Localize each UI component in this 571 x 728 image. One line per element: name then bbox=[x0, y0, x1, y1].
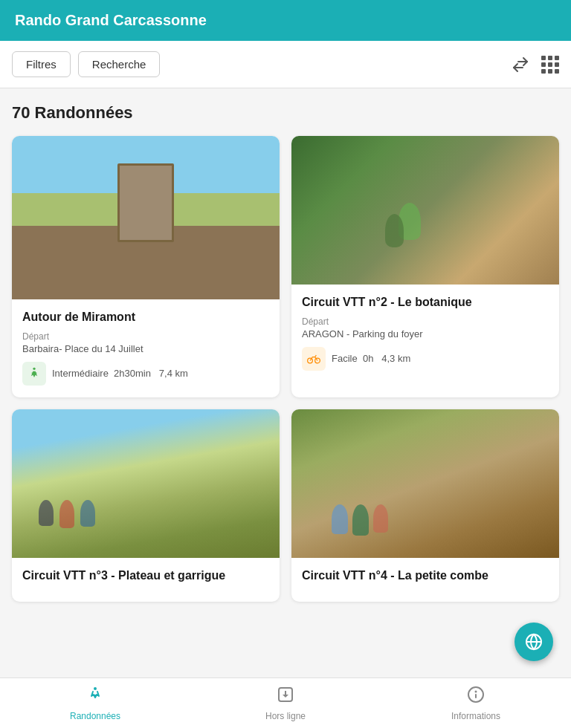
card-body-1: Autour de Miramont Départ Barbaira- Plac… bbox=[12, 299, 280, 397]
card-title-4: Circuit VTT n°4 - La petite combe bbox=[302, 568, 549, 584]
toolbar-left: Filtres Recherche bbox=[12, 51, 160, 77]
duration-2: 0h bbox=[363, 353, 373, 364]
distance-2: 4,3 km bbox=[381, 353, 410, 364]
card-image-3 bbox=[12, 409, 280, 558]
card-body-3: Circuit VTT n°3 - Plateau et garrigue bbox=[12, 558, 280, 602]
card-image-4 bbox=[291, 409, 559, 558]
nav-item-hors-ligne[interactable]: Hors ligne bbox=[190, 678, 381, 728]
card-body-4: Circuit VTT n°4 - La petite combe bbox=[291, 558, 559, 602]
card-title-2: Circuit VTT n°2 - Le botanique bbox=[302, 295, 549, 311]
transfer-icon[interactable] bbox=[512, 56, 529, 74]
search-button[interactable]: Recherche bbox=[78, 51, 161, 77]
filters-button[interactable]: Filtres bbox=[12, 51, 71, 77]
distance-1: 7,4 km bbox=[159, 368, 188, 379]
duration-1: 2h30min bbox=[114, 368, 151, 379]
meta-text-2: Facile 0h 4,3 km bbox=[332, 353, 410, 364]
meta-text-1: Intermédiaire 2h30min 7,4 km bbox=[52, 368, 188, 379]
card-image-2 bbox=[291, 136, 559, 285]
bottom-nav: Randonnées Hors ligne Informations bbox=[0, 677, 571, 728]
card-meta-2: Facile 0h 4,3 km bbox=[302, 347, 549, 371]
depart-place-1: Barbaira- Place du 14 Juillet bbox=[22, 343, 269, 354]
depart-place-2: ARAGON - Parking du foyer bbox=[302, 328, 549, 339]
svg-point-2 bbox=[33, 367, 35, 369]
card-circuit-vtt-2[interactable]: Circuit VTT n°2 - Le botanique Départ AR… bbox=[291, 136, 559, 397]
depart-label-2: Départ bbox=[302, 316, 549, 327]
hiker-icon bbox=[27, 366, 42, 381]
result-count: 70 Randonnées bbox=[12, 103, 559, 123]
info-icon bbox=[467, 686, 485, 708]
toolbar: Filtres Recherche bbox=[0, 41, 571, 88]
download-icon bbox=[277, 686, 294, 708]
difficulty-badge-1 bbox=[22, 362, 46, 386]
grid-view-icon[interactable] bbox=[541, 56, 559, 74]
ruin-image bbox=[12, 136, 280, 299]
difficulty-badge-2 bbox=[302, 347, 326, 371]
globe-icon bbox=[525, 633, 543, 651]
card-meta-1: Intermédiaire 2h30min 7,4 km bbox=[22, 362, 269, 386]
card-autour-de-miramont[interactable]: Autour de Miramont Départ Barbaira- Plac… bbox=[12, 136, 280, 397]
card-grid: Autour de Miramont Départ Barbaira- Plac… bbox=[12, 136, 559, 602]
difficulty-2: Facile bbox=[332, 353, 358, 364]
card-circuit-vtt-4[interactable]: Circuit VTT n°4 - La petite combe bbox=[291, 409, 559, 602]
toolbar-right bbox=[512, 56, 559, 74]
fab-globe[interactable] bbox=[514, 623, 553, 661]
card-circuit-vtt-3[interactable]: Circuit VTT n°3 - Plateau et garrigue bbox=[12, 409, 280, 602]
main-content: 70 Randonnées Autour de Miramont Départ … bbox=[0, 88, 571, 677]
difficulty-1: Intermédiaire bbox=[52, 368, 109, 379]
nav-label-informations: Informations bbox=[451, 711, 500, 721]
card-title-3: Circuit VTT n°3 - Plateau et garrigue bbox=[22, 568, 269, 584]
grid-dots bbox=[541, 56, 559, 74]
nav-item-informations[interactable]: Informations bbox=[381, 678, 571, 728]
card-image-1 bbox=[12, 136, 280, 299]
nav-label-randonnees: Randonnées bbox=[70, 711, 120, 721]
nav-item-randonnees[interactable]: Randonnées bbox=[0, 678, 190, 728]
bike-icon bbox=[306, 351, 321, 366]
app-header: Rando Grand Carcassonne bbox=[0, 0, 571, 41]
card-title-1: Autour de Miramont bbox=[22, 310, 269, 325]
card-body-2: Circuit VTT n°2 - Le botanique Départ AR… bbox=[291, 285, 559, 383]
depart-label-1: Départ bbox=[22, 331, 269, 342]
svg-point-8 bbox=[94, 687, 97, 690]
walker-icon bbox=[86, 686, 104, 708]
app-title: Rando Grand Carcassonne bbox=[15, 12, 207, 29]
nav-label-hors-ligne: Hors ligne bbox=[265, 711, 306, 721]
